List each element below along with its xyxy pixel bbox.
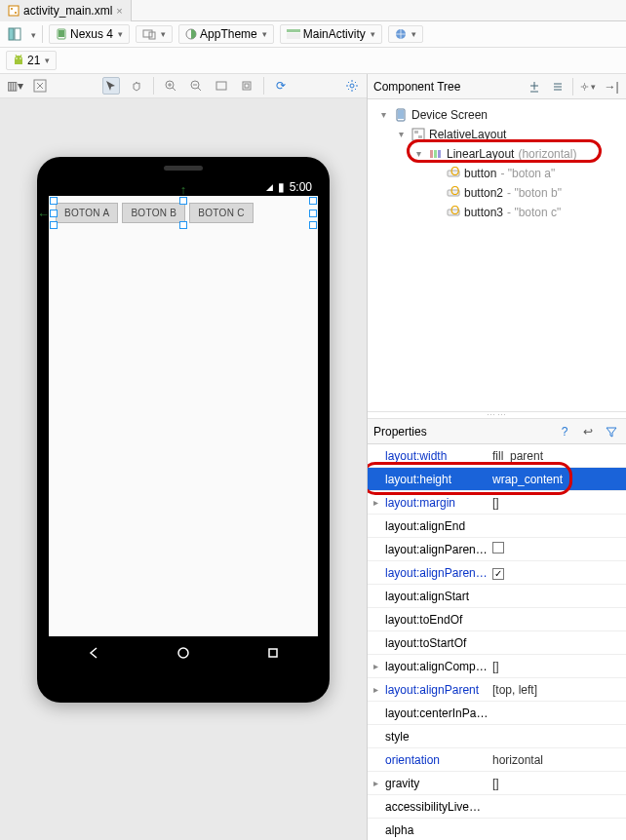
tree-label: button2 — [464, 184, 503, 202]
nav-recent-icon[interactable] — [265, 645, 281, 661]
svg-rect-30 — [414, 131, 418, 134]
tree-hide-icon[interactable]: →| — [603, 78, 620, 95]
tree-settings-icon[interactable] — [579, 78, 597, 95]
expander-icon[interactable]: ▸ — [368, 778, 383, 788]
filter-icon[interactable] — [603, 423, 620, 440]
properties-list[interactable]: layout:widthfill_parentlayout:heightwrap… — [368, 444, 626, 840]
revert-icon[interactable]: ↩ — [579, 423, 597, 440]
tree-node-button3[interactable]: OKbutton3 - "boton c" — [368, 203, 626, 222]
tree-node-button[interactable]: OKbutton - "boton a" — [368, 164, 626, 183]
btn-icon: OK — [446, 186, 460, 201]
expand-all-icon[interactable] — [526, 78, 543, 95]
signal-icon: ◢ — [266, 182, 273, 192]
property-row[interactable]: layout:widthfill_parent — [368, 444, 626, 468]
locale-picker[interactable] — [388, 25, 423, 43]
expander-icon[interactable]: ▸ — [368, 684, 383, 695]
tree-node-device screen[interactable]: ▾Device Screen — [368, 105, 626, 125]
preview-button[interactable]: BOTON A — [56, 203, 118, 223]
checkbox[interactable] — [492, 568, 504, 580]
orientation-picker[interactable] — [136, 25, 173, 43]
nav-home-icon[interactable] — [176, 645, 191, 661]
svg-rect-7 — [143, 30, 152, 37]
zoom-actual-icon[interactable] — [238, 77, 255, 95]
canvas-toolbar: ▥▾ — [0, 74, 367, 98]
selected-linearlayout[interactable]: ↑ ← BOTON ABOTON BBOTON C — [55, 202, 312, 224]
property-row[interactable]: ▸layout:alignComponent[] — [368, 655, 626, 678]
zoom-in-icon[interactable] — [162, 77, 179, 95]
svg-text:OK: OK — [450, 186, 460, 198]
property-value: wrap_content — [492, 473, 563, 486]
settings-gear-icon[interactable] — [343, 77, 361, 95]
close-icon[interactable]: × — [116, 5, 122, 17]
expander-icon[interactable]: ▸ — [368, 497, 383, 508]
palette-dropdown[interactable] — [29, 27, 36, 41]
api-picker[interactable]: 21 — [6, 51, 57, 70]
property-name: layout:alignEnd — [383, 519, 489, 533]
property-value: fill_parent — [492, 449, 543, 463]
property-value: horizontal — [492, 753, 543, 767]
property-row[interactable]: layout:centerInParent — [368, 702, 626, 725]
design-surface-pane: ▥▾ — [0, 74, 367, 840]
svg-line-15 — [16, 55, 17, 57]
tree-node-button2[interactable]: OKbutton2 - "boton b" — [368, 183, 626, 203]
property-row[interactable]: layout:toEndOf — [368, 608, 626, 631]
preview-button[interactable]: BOTON C — [189, 203, 253, 223]
property-name: layout:alignStart — [383, 590, 489, 603]
checkbox[interactable] — [492, 542, 504, 554]
property-row[interactable]: ▸layout:margin[] — [368, 491, 626, 515]
device-picker[interactable]: Nexus 4 — [49, 24, 130, 44]
tree-caret[interactable]: ▾ — [412, 145, 424, 163]
property-name: layout:width — [383, 449, 489, 463]
property-row[interactable]: accessibilityLiveRegion — [368, 795, 626, 819]
viewport-toggle-icon[interactable] — [31, 77, 49, 95]
property-name: layout:height — [383, 473, 489, 486]
property-row[interactable]: layout:heightwrap_content — [368, 468, 626, 491]
property-name: layout:margin — [383, 496, 489, 510]
editor-tab-activity-main[interactable]: activity_main.xml × — [0, 0, 132, 21]
design-canvas[interactable]: ◢ ▮ 5:00 ↑ ← BOTON ABOTON BBOTON C — [0, 98, 367, 840]
refresh-icon[interactable]: ⟳ — [272, 77, 290, 95]
zoom-fit-icon[interactable] — [213, 77, 230, 95]
palette-toggle-icon[interactable] — [6, 25, 23, 43]
xml-file-icon — [8, 5, 20, 17]
svg-rect-33 — [434, 150, 437, 158]
property-row[interactable]: layout:alignEnd — [368, 515, 626, 538]
svg-point-13 — [16, 57, 18, 59]
tree-caret[interactable]: ▾ — [395, 126, 407, 143]
property-row[interactable]: layout:toStartOf — [368, 631, 626, 655]
property-name: layout:alignParentEnd — [383, 543, 489, 556]
component-tree[interactable]: ▾Device Screen▾RelativeLayout▾LinearLayo… — [368, 99, 626, 411]
tree-node-linearlayout[interactable]: ▾LinearLayout (horizontal) — [368, 144, 626, 164]
tree-node-relativelayout[interactable]: ▾RelativeLayout — [368, 125, 626, 144]
svg-point-1 — [11, 8, 13, 10]
component-tree-title: Component Tree — [373, 80, 460, 94]
svg-rect-3 — [9, 28, 14, 40]
property-row[interactable]: layout:alignStart — [368, 585, 626, 608]
property-row[interactable]: layout:alignParentStart — [368, 561, 626, 585]
expander-icon[interactable]: ▸ — [368, 661, 383, 671]
svg-rect-25 — [269, 649, 277, 657]
property-row[interactable]: alpha — [368, 819, 626, 840]
property-name: layout:toEndOf — [383, 613, 489, 627]
property-row[interactable]: layout:alignParentEnd — [368, 538, 626, 561]
property-name: layout:toStartOf — [383, 636, 489, 650]
tree-caret[interactable]: ▾ — [377, 106, 389, 124]
theme-picker[interactable]: AppTheme — [178, 24, 274, 44]
select-tool-icon[interactable] — [102, 77, 120, 95]
nav-back-icon[interactable] — [86, 645, 101, 661]
help-icon[interactable]: ? — [556, 423, 573, 440]
preview-button[interactable]: BOTON B — [122, 203, 185, 223]
android-navbar — [49, 636, 318, 669]
activity-picker[interactable]: MainActivity — [280, 24, 382, 44]
property-row[interactable]: style — [368, 725, 626, 748]
battery-icon: ▮ — [278, 180, 285, 194]
property-row[interactable]: ▸gravity[] — [368, 772, 626, 795]
property-row[interactable]: orientationhorizontal — [368, 748, 626, 772]
render-dropdown[interactable]: ▥▾ — [6, 77, 23, 95]
property-value: [] — [492, 496, 499, 510]
collapse-all-icon[interactable] — [549, 78, 567, 95]
panel-splitter[interactable]: ⋯⋯ — [368, 411, 626, 419]
pan-tool-icon[interactable] — [128, 77, 145, 95]
property-row[interactable]: ▸layout:alignParent[top, left] — [368, 678, 626, 702]
zoom-out-icon[interactable] — [187, 77, 205, 95]
